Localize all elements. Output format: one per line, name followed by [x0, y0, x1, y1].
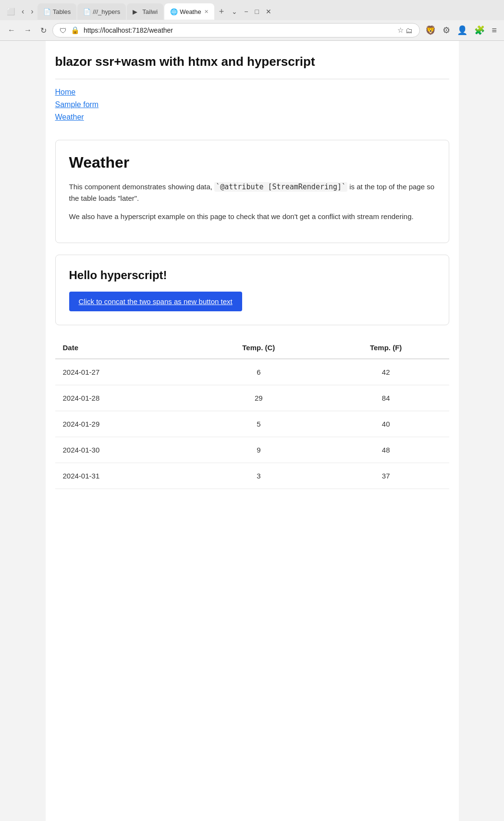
tab-list-button[interactable]: ⌄ — [229, 6, 240, 17]
hyperscript-card: Hello hyperscript! Click to concat the t… — [55, 255, 449, 325]
tab-favicon-hyper: 📄 — [83, 8, 90, 15]
weather-description-2: We also have a hyperscript example on th… — [69, 211, 435, 222]
tab-weather[interactable]: 🌐 Weathe ✕ — [164, 3, 214, 20]
table-row: 2024-01-282984 — [55, 385, 449, 411]
tab-label-weather: Weathe — [180, 8, 201, 15]
col-date: Date — [55, 337, 195, 359]
cell-date: 2024-01-29 — [55, 411, 195, 437]
table-row: 2024-01-27642 — [55, 359, 449, 385]
extension-icon-2[interactable]: ⚙ — [440, 23, 453, 37]
cell-temp-f: 40 — [323, 411, 449, 437]
new-tab-button[interactable]: + — [215, 7, 228, 17]
tab-tailwind[interactable]: ▶ Tailwi — [127, 3, 163, 20]
tab-bar: ⬜ ‹ › 📄 Tables 📄 ///_hypers ▶ Tailwi 🌐 W… — [0, 0, 504, 20]
tab-favicon-tailwind: ▶ — [133, 8, 139, 15]
cell-temp-c: 29 — [195, 385, 323, 411]
nav-sample-form[interactable]: Sample form — [55, 100, 449, 109]
cell-temp-f: 42 — [323, 359, 449, 385]
weather-description-1: This component demonstrates showing data… — [69, 181, 435, 204]
site-header: blazor ssr+wasm with htmx and hyperscrip… — [55, 41, 449, 79]
tab-close-icon[interactable]: ✕ — [204, 9, 209, 15]
tab-label-tables: Tables — [53, 8, 71, 15]
content-area: Weather This component demonstrates show… — [55, 130, 449, 499]
tab-label-tailwind: Tailwi — [142, 8, 158, 15]
nav-weather[interactable]: Weather — [55, 113, 449, 122]
weather-table-body: 2024-01-276422024-01-2829842024-01-29540… — [55, 359, 449, 489]
tab-favicon-weather: 🌐 — [170, 8, 177, 15]
cell-temp-c: 9 — [195, 437, 323, 463]
minimize-button[interactable]: − — [241, 6, 251, 17]
cell-temp-c: 6 — [195, 359, 323, 385]
sidebar-toggle-button[interactable]: ⬜ — [4, 6, 18, 17]
tab-hyper[interactable]: 📄 ///_hypers — [77, 3, 126, 20]
forward-button[interactable]: → — [21, 24, 35, 37]
address-bar-icons: ☆ 🗂 — [397, 26, 413, 35]
weather-table: Date Temp. (C) Temp. (F) 2024-01-2764220… — [55, 337, 449, 489]
cell-temp-f: 84 — [323, 385, 449, 411]
cell-temp-c: 5 — [195, 411, 323, 437]
cell-date: 2024-01-28 — [55, 385, 195, 411]
cell-temp-c: 3 — [195, 463, 323, 489]
tab-forward-button[interactable]: › — [28, 5, 36, 18]
close-window-button[interactable]: ✕ — [263, 6, 274, 17]
hyperscript-title: Hello hyperscript! — [69, 269, 435, 282]
shield-icon: 🛡 — [60, 26, 67, 35]
desc-before-code: This component demonstrates showing data… — [69, 183, 215, 191]
col-temp-f: Temp. (F) — [323, 337, 449, 359]
table-row: 2024-01-29540 — [55, 411, 449, 437]
extension-icon-1[interactable]: 🦁 — [423, 23, 438, 37]
weather-card-title: Weather — [69, 154, 435, 172]
hyperscript-button[interactable]: Click to concat the two spans as new but… — [69, 292, 242, 311]
pocket-icon[interactable]: 🗂 — [406, 26, 413, 35]
bookmark-icon[interactable]: ☆ — [397, 26, 404, 35]
url-display: https://localhost:7182/weather — [84, 26, 393, 34]
tab-tables[interactable]: 📄 Tables — [37, 3, 77, 20]
toolbar-icons: 🦁 ⚙ 👤 🧩 ≡ — [423, 23, 499, 37]
nav-home[interactable]: Home — [55, 88, 449, 97]
address-bar-row: ← → ↻ 🛡 🔒 https://localhost:7182/weather… — [0, 20, 504, 40]
address-bar[interactable]: 🛡 🔒 https://localhost:7182/weather ☆ 🗂 — [52, 23, 420, 37]
maximize-button[interactable]: □ — [252, 6, 261, 17]
table-row: 2024-01-30948 — [55, 437, 449, 463]
cell-temp-f: 37 — [323, 463, 449, 489]
stream-rendering-code: `@attribute [StreamRendering]` — [214, 182, 347, 192]
browser-chrome: ⬜ ‹ › 📄 Tables 📄 ///_hypers ▶ Tailwi 🌐 W… — [0, 0, 504, 41]
cell-date: 2024-01-30 — [55, 437, 195, 463]
lock-icon: 🔒 — [71, 26, 80, 35]
cell-date: 2024-01-27 — [55, 359, 195, 385]
back-button[interactable]: ← — [5, 24, 18, 37]
weather-table-head: Date Temp. (C) Temp. (F) — [55, 337, 449, 359]
tab-favicon-tables: 📄 — [43, 8, 50, 15]
page-wrapper: blazor ssr+wasm with htmx and hyperscrip… — [46, 41, 459, 821]
extensions-button[interactable]: 🧩 — [472, 23, 487, 37]
profile-icon[interactable]: 👤 — [455, 23, 470, 37]
cell-date: 2024-01-31 — [55, 463, 195, 489]
weather-table-header-row: Date Temp. (C) Temp. (F) — [55, 337, 449, 359]
cell-temp-f: 48 — [323, 437, 449, 463]
refresh-button[interactable]: ↻ — [37, 24, 49, 37]
site-nav: Home Sample form Weather — [55, 79, 449, 130]
table-row: 2024-01-31337 — [55, 463, 449, 489]
weather-info-card: Weather This component demonstrates show… — [55, 140, 449, 243]
tab-back-button[interactable]: ‹ — [19, 5, 27, 18]
col-temp-c: Temp. (C) — [195, 337, 323, 359]
site-title: blazor ssr+wasm with htmx and hyperscrip… — [55, 54, 449, 69]
tab-label-hyper: ///_hypers — [93, 8, 120, 15]
menu-button[interactable]: ≡ — [489, 24, 499, 37]
